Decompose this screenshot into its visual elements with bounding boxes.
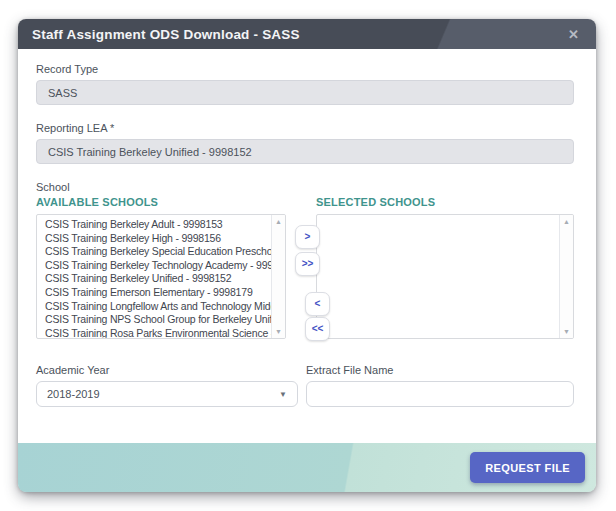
chevron-down-icon: ▼ bbox=[279, 390, 287, 399]
dialog-title: Staff Assignment ODS Download - SASS bbox=[32, 27, 565, 42]
selected-schools-listbox[interactable]: ▲ ▼ bbox=[316, 214, 574, 339]
bottom-fields-row: Academic Year 2018-2019 ▼ Extract File N… bbox=[36, 364, 574, 407]
dialog-footer: REQUEST FILE bbox=[18, 443, 596, 492]
dialog-body: Record Type SASS Reporting LEA * CSIS Tr… bbox=[18, 49, 596, 407]
list-item[interactable]: CSIS Training Berkeley Adult - 9998153 bbox=[45, 218, 271, 232]
request-file-button[interactable]: REQUEST FILE bbox=[470, 452, 585, 483]
selected-schools-scrollbar[interactable]: ▲ ▼ bbox=[559, 215, 573, 338]
list-item[interactable]: CSIS Training Emerson Elementary - 99981… bbox=[45, 286, 271, 300]
list-item[interactable]: CSIS Training Rosa Parks Environmental S… bbox=[45, 327, 271, 338]
record-type-field: SASS bbox=[36, 80, 574, 105]
available-schools-scrollbar[interactable]: ▲ ▼ bbox=[271, 215, 285, 338]
transfer-button-column: > >> < << bbox=[286, 196, 316, 339]
available-schools-header: AVAILABLE SCHOOLS bbox=[36, 196, 286, 208]
available-schools-list: CSIS Training Berkeley Adult - 9998153CS… bbox=[37, 215, 271, 338]
scroll-down-icon[interactable]: ▼ bbox=[275, 328, 282, 335]
school-label: School bbox=[36, 181, 574, 193]
academic-year-value: 2018-2019 bbox=[47, 388, 279, 400]
extract-file-name-label: Extract File Name bbox=[306, 364, 574, 376]
close-icon[interactable]: ✕ bbox=[565, 26, 582, 43]
staff-assignment-dialog: Staff Assignment ODS Download - SASS ✕ R… bbox=[18, 19, 596, 492]
extract-file-name-input[interactable] bbox=[306, 381, 574, 407]
selected-schools-list bbox=[317, 215, 559, 338]
reporting-lea-field: CSIS Training Berkeley Unified - 9998152 bbox=[36, 139, 574, 164]
move-all-right-button[interactable]: >> bbox=[295, 252, 320, 276]
move-all-left-button[interactable]: << bbox=[305, 317, 330, 341]
move-left-button[interactable]: < bbox=[305, 292, 330, 316]
list-item[interactable]: CSIS Training Berkeley Unified - 9998152 bbox=[45, 272, 271, 286]
dialog-header: Staff Assignment ODS Download - SASS ✕ bbox=[18, 19, 596, 49]
school-dual-list: AVAILABLE SCHOOLS CSIS Training Berkeley… bbox=[36, 196, 574, 339]
scroll-up-icon[interactable]: ▲ bbox=[563, 218, 570, 225]
academic-year-label: Academic Year bbox=[36, 364, 298, 376]
academic-year-select[interactable]: 2018-2019 ▼ bbox=[36, 381, 298, 407]
move-right-button[interactable]: > bbox=[295, 225, 320, 249]
available-schools-listbox[interactable]: CSIS Training Berkeley Adult - 9998153CS… bbox=[36, 214, 286, 339]
list-item[interactable]: CSIS Training Berkeley Special Education… bbox=[45, 245, 271, 259]
reporting-lea-label: Reporting LEA * bbox=[36, 122, 574, 134]
record-type-label: Record Type bbox=[36, 63, 574, 75]
list-item[interactable]: CSIS Training Berkeley High - 9998156 bbox=[45, 232, 271, 246]
list-item[interactable]: CSIS Training NPS School Group for Berke… bbox=[45, 313, 271, 327]
list-item[interactable]: CSIS Training Longfellow Arts and Techno… bbox=[45, 300, 271, 314]
scroll-down-icon[interactable]: ▼ bbox=[563, 328, 570, 335]
selected-schools-header: SELECTED SCHOOLS bbox=[316, 196, 574, 208]
list-item[interactable]: CSIS Training Berkeley Technology Academ… bbox=[45, 259, 271, 273]
scroll-up-icon[interactable]: ▲ bbox=[275, 218, 282, 225]
